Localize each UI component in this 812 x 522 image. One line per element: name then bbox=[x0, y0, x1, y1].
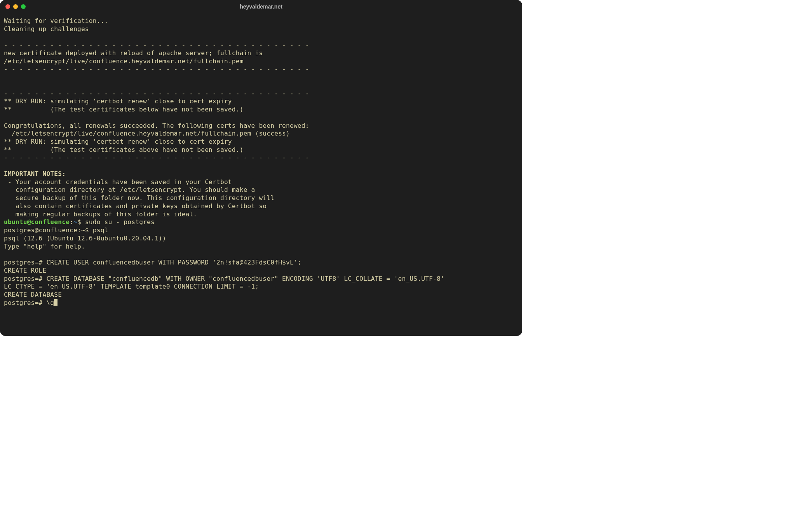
output-line: making regular backups of this folder is… bbox=[4, 211, 197, 218]
prompt-user-host: ubuntu@confluence bbox=[4, 218, 70, 226]
output-line: LC_CTYPE = 'en_US.UTF-8' TEMPLATE templa… bbox=[4, 283, 259, 290]
output-line: /etc/letsencrypt/live/confluence.heyvald… bbox=[4, 57, 244, 65]
prompt-command: sudo su - postgres bbox=[85, 218, 155, 226]
output-line: - - - - - - - - - - - - - - - - - - - - … bbox=[4, 65, 309, 73]
output-line: postgres=# CREATE USER confluencedbuser … bbox=[4, 259, 301, 266]
prompt-sep: : bbox=[70, 218, 73, 226]
window-title: heyvaldemar.net bbox=[0, 3, 522, 10]
output-line: Cleaning up challenges bbox=[4, 25, 89, 33]
cursor-icon bbox=[54, 299, 58, 306]
output-line: new certificate deployed with reload of … bbox=[4, 49, 263, 57]
output-line: Waiting for verification... bbox=[4, 17, 108, 24]
output-line: secure backup of this folder now. This c… bbox=[4, 194, 274, 202]
output-line: postgres=# CREATE DATABASE "confluencedb… bbox=[4, 275, 444, 282]
output-line: postgres=# \q bbox=[4, 299, 54, 306]
titlebar: heyvaldemar.net bbox=[0, 0, 522, 13]
prompt-symbol: $ bbox=[77, 218, 85, 226]
output-line: ** (The test certificates above have not… bbox=[4, 146, 244, 153]
output-line: postgres@confluence:~$ psql bbox=[4, 226, 108, 234]
output-line: also contain certificates and private ke… bbox=[4, 202, 267, 210]
prompt-path: ~ bbox=[73, 218, 77, 226]
terminal-window: heyvaldemar.net Waiting for verification… bbox=[0, 0, 522, 336]
output-line: CREATE ROLE bbox=[4, 267, 46, 274]
minimize-icon[interactable] bbox=[13, 4, 18, 9]
terminal-content[interactable]: Waiting for verification... Cleaning up … bbox=[0, 13, 522, 309]
output-line: ** DRY RUN: simulating 'certbot renew' c… bbox=[4, 138, 232, 145]
output-line: psql (12.6 (Ubuntu 12.6-0ubuntu0.20.04.1… bbox=[4, 235, 166, 242]
output-line: CREATE DATABASE bbox=[4, 291, 62, 298]
window-controls bbox=[5, 4, 26, 9]
output-line: - - - - - - - - - - - - - - - - - - - - … bbox=[4, 41, 309, 49]
important-notes-heading: IMPORTANT NOTES: bbox=[4, 170, 66, 177]
output-line: - - - - - - - - - - - - - - - - - - - - … bbox=[4, 90, 309, 97]
output-line: - - - - - - - - - - - - - - - - - - - - … bbox=[4, 154, 309, 161]
output-line: Congratulations, all renewals succeeded.… bbox=[4, 122, 309, 129]
output-line: Type "help" for help. bbox=[4, 243, 85, 250]
output-line: ** DRY RUN: simulating 'certbot renew' c… bbox=[4, 97, 232, 105]
close-icon[interactable] bbox=[5, 4, 10, 9]
output-line: /etc/letsencrypt/live/confluence.heyvald… bbox=[4, 130, 290, 137]
output-line: configuration directory at /etc/letsencr… bbox=[4, 186, 255, 193]
output-line: - Your account credentials have been sav… bbox=[4, 178, 232, 186]
output-line: ** (The test certificates below have not… bbox=[4, 106, 244, 113]
zoom-icon[interactable] bbox=[21, 4, 26, 9]
